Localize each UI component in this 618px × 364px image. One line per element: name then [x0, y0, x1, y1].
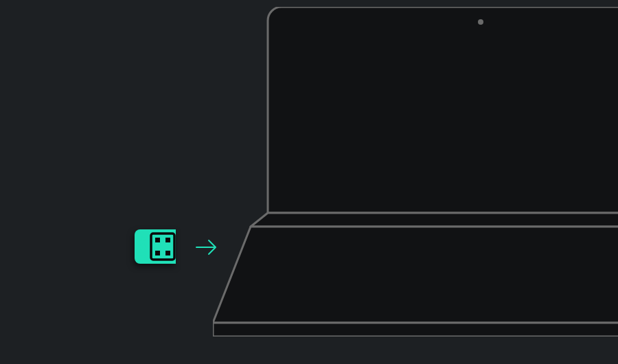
- usb-receiver-icon: USB: [135, 229, 176, 264]
- svg-rect-3: [155, 251, 160, 255]
- svg-point-6: [478, 19, 483, 25]
- svg-rect-2: [165, 238, 170, 242]
- svg-rect-1: [155, 238, 160, 242]
- svg-rect-4: [165, 251, 170, 255]
- laptop-icon: [213, 7, 618, 337]
- usb-label: USB: [137, 235, 148, 258]
